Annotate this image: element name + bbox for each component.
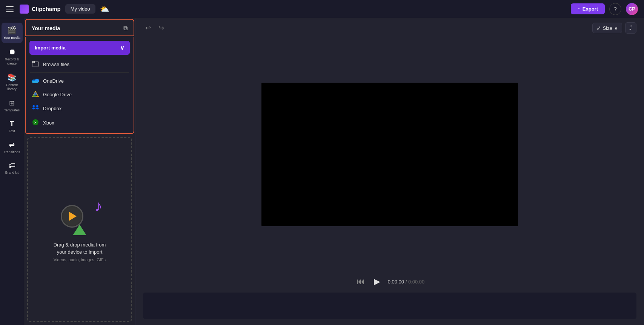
app-title: Clipchamp <box>32 6 61 12</box>
play-icon-circle <box>61 205 83 228</box>
svg-point-4 <box>32 81 38 83</box>
preview-area <box>135 38 644 271</box>
xbox-icon: ✕ <box>32 119 39 127</box>
size-chevron-icon: ∨ <box>614 25 618 31</box>
svg-marker-9 <box>35 105 39 109</box>
sidebar-item-label-brand-kit: Brand kit <box>5 171 19 175</box>
music-note-icon: ♪ <box>95 197 102 214</box>
templates-icon: ⊞ <box>9 99 15 107</box>
text-icon: T <box>10 120 14 128</box>
xbox-option[interactable]: ✕ Xbox <box>26 116 134 130</box>
time-total: 0:00.00 <box>408 279 424 285</box>
icon-sidebar: 🎬 Your media ⏺ Record & create 📚 Content… <box>0 18 24 325</box>
main-layout: 🎬 Your media ⏺ Record & create 📚 Content… <box>0 18 644 325</box>
panel-header-icons: ⧉ <box>123 25 128 32</box>
editor-area: ↩ ↪ ⤢ Size ∨ ⤴ ⏮ ▶ 0:00.00 <box>135 18 644 325</box>
panel-title: Your media <box>32 25 60 31</box>
hamburger-menu-icon[interactable] <box>6 5 15 14</box>
xbox-label: Xbox <box>43 120 54 126</box>
sidebar-item-text[interactable]: T Text <box>2 117 23 136</box>
sidebar-item-brand-kit[interactable]: 🏷 Brand kit <box>2 159 23 178</box>
browse-files-label: Browse files <box>43 62 69 67</box>
player-controls: ⏮ ▶ 0:00.00 / 0:00.00 <box>135 271 644 293</box>
help-button[interactable]: ? <box>609 3 621 15</box>
google-drive-icon <box>32 91 39 98</box>
time-current: 0:00.00 <box>388 279 404 285</box>
divider <box>30 72 129 73</box>
triangle-icon <box>73 225 86 235</box>
import-btn-row: Import media ∨ <box>26 37 134 55</box>
svg-marker-8 <box>32 105 35 109</box>
timeline-area[interactable] <box>143 293 636 319</box>
media-icon-group: ♪ <box>57 197 102 235</box>
your-media-icon: 🎬 <box>7 26 17 35</box>
app-logo: Clipchamp <box>20 5 61 14</box>
onedrive-label: OneDrive <box>43 78 64 84</box>
editor-toolbar-right: ⤢ Size ∨ ⤴ <box>592 22 636 34</box>
sidebar-item-label-your-media: Your media <box>3 36 20 40</box>
browse-files-option[interactable]: Browse files <box>26 58 134 71</box>
media-panel: Your media ⧉ Import media ∨ <box>24 18 135 325</box>
drop-zone[interactable]: ♪ Drag & drop media from your device to … <box>27 137 132 322</box>
browse-files-icon <box>32 61 39 68</box>
size-button[interactable]: ⤢ Size ∨ <box>592 23 622 33</box>
transitions-icon: ⇌ <box>9 141 15 149</box>
import-dropdown-area: Import media ∨ Browse files <box>25 37 134 134</box>
export-label: Export <box>583 6 598 12</box>
export-button[interactable]: ↑ Export <box>571 3 605 14</box>
resize-icon: ⤢ <box>596 25 601 31</box>
drop-zone-sub-text: Videos, audio, images, GIFs <box>54 257 106 262</box>
sidebar-item-your-media[interactable]: 🎬 Your media <box>2 23 23 43</box>
editor-toolbar: ↩ ↪ ⤢ Size ∨ ⤴ <box>135 18 644 38</box>
expand-icon[interactable]: ⧉ <box>123 25 128 32</box>
editor-toolbar-left: ↩ ↪ <box>143 22 166 34</box>
dropbox-option[interactable]: Dropbox <box>26 102 134 116</box>
sidebar-item-content-library[interactable]: 📚 Content library <box>2 70 23 94</box>
sidebar-item-templates[interactable]: ⊞ Templates <box>2 96 23 116</box>
onedrive-icon <box>32 78 39 84</box>
redo-button[interactable]: ↪ <box>156 22 166 34</box>
sidebar-item-label-record: Record & create <box>5 57 19 66</box>
google-drive-label: Google Drive <box>43 92 72 97</box>
sidebar-item-label-text: Text <box>9 129 15 133</box>
dropbox-icon <box>32 105 39 112</box>
play-button[interactable]: ▶ <box>372 275 382 288</box>
topbar: Clipchamp My video ⛅ ↑ Export ? CP <box>0 0 644 18</box>
google-drive-option[interactable]: Google Drive <box>26 88 134 102</box>
video-preview <box>261 83 518 226</box>
export-up-icon: ↑ <box>578 6 580 12</box>
sidebar-item-label-transitions: Transitions <box>4 150 20 154</box>
svg-text:✕: ✕ <box>34 121 37 125</box>
content-library-icon: 📚 <box>7 73 17 82</box>
share-button[interactable]: ⤴ <box>625 22 636 34</box>
svg-marker-7 <box>34 91 37 95</box>
clipchamp-logo-icon <box>20 5 29 14</box>
time-display: 0:00.00 / 0:00.00 <box>388 279 425 285</box>
size-label: Size <box>603 25 612 31</box>
sidebar-item-label-templates: Templates <box>4 108 20 112</box>
time-separator: / <box>406 279 408 285</box>
sidebar-item-transitions[interactable]: ⇌ Transitions <box>2 138 23 157</box>
cloud-sync-icon: ⛅ <box>100 5 109 14</box>
skip-back-button[interactable]: ⏮ <box>355 275 366 288</box>
import-media-label: Import media <box>35 45 66 51</box>
topbar-left: Clipchamp My video ⛅ <box>6 4 109 14</box>
chevron-down-icon: ∨ <box>120 44 124 51</box>
import-media-button[interactable]: Import media ∨ <box>29 41 130 55</box>
undo-button[interactable]: ↩ <box>143 22 153 34</box>
sidebar-item-label-content-library: Content library <box>6 83 18 91</box>
share-icon: ⤴ <box>629 25 632 31</box>
onedrive-option[interactable]: OneDrive <box>26 74 134 88</box>
panel-header: Your media ⧉ <box>25 19 134 36</box>
brand-kit-icon: 🏷 <box>9 162 15 169</box>
topbar-right: ↑ Export ? CP <box>571 3 638 15</box>
sidebar-item-record[interactable]: ⏺ Record & create <box>2 45 23 69</box>
dropbox-label: Dropbox <box>43 106 61 111</box>
avatar[interactable]: CP <box>626 3 638 15</box>
active-tab[interactable]: My video <box>65 4 95 14</box>
record-icon: ⏺ <box>8 48 16 56</box>
drop-zone-main-text: Drag & drop media from your device to im… <box>54 241 106 256</box>
play-triangle-icon <box>69 212 77 221</box>
